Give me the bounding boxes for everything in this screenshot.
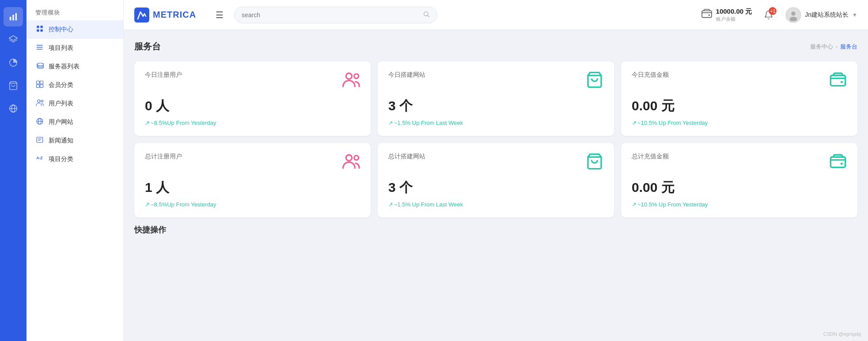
svg-marker-3 (9, 36, 17, 41)
rail-chart-icon[interactable] (4, 7, 23, 26)
svg-point-40 (346, 73, 352, 79)
user-chevron-down-icon: ▼ (852, 12, 857, 18)
today-users-trend: ↗ ~8.5%Up From Yesterday (145, 120, 360, 126)
wallet-icon (701, 8, 713, 22)
today-websites-label: 今日搭建网站 (388, 71, 425, 79)
rail-globe-icon[interactable] (4, 99, 23, 118)
balance-label: 账户余额 (716, 16, 752, 22)
svg-rect-14 (37, 47, 43, 48)
search-bar (234, 7, 437, 23)
user-list-icon (35, 99, 44, 109)
quick-ops-title: 快捷操作 (134, 225, 857, 235)
today-users-trend-arrow: ↗ (145, 120, 150, 126)
sidebar-item-user-website[interactable]: 用户网站 (27, 113, 123, 131)
svg-rect-1 (12, 15, 14, 20)
sidebar-item-control-center[interactable]: 控制中心 (27, 20, 123, 39)
header: METRICA ☰ (124, 0, 868, 30)
total-recharge-header: 总计充值金额 (632, 153, 847, 174)
total-websites-value: 3 个 (388, 179, 603, 197)
sidebar-label-user-website: 用户网站 (49, 118, 73, 126)
today-users-card: 今日注册用户 0 人 ↗ ~8.5%Up From Yesterday (134, 61, 371, 136)
svg-rect-2 (15, 13, 17, 21)
total-users-card: 总计注册用户 1 人 ↗ ~8.5%Up From Yesterday (134, 143, 371, 217)
header-right: 10000.00 元 账户余额 +1 (701, 7, 857, 23)
rail-pie-icon[interactable] (4, 53, 23, 72)
sidebar-item-project-list[interactable]: 项目列表 (27, 39, 123, 57)
notification-button[interactable]: +1 (761, 7, 777, 23)
today-recharge-header: 今日充值金额 (632, 71, 847, 93)
total-websites-trend: ↗ ~1.5% Up From Last Week (388, 201, 603, 208)
total-websites-header: 总计搭建网站 (388, 153, 603, 174)
breadcrumb-current: 服务台 (840, 43, 857, 51)
sidebar-item-user-list[interactable]: 用户列表 (27, 94, 123, 113)
svg-point-41 (354, 74, 359, 79)
total-websites-label: 总计搭建网站 (388, 153, 425, 161)
sidebar-label-user-list: 用户列表 (49, 100, 73, 108)
today-websites-trend-arrow: ↗ (388, 120, 393, 126)
total-users-trend-text: ~8.5%Up From Yesterday (151, 201, 216, 208)
logo-area: METRICA (134, 7, 205, 22)
svg-rect-20 (40, 81, 43, 84)
search-input[interactable] (242, 11, 423, 19)
svg-rect-15 (37, 49, 43, 50)
page-title: 服务台 (134, 41, 161, 52)
total-recharge-value: 0.00 元 (632, 179, 847, 197)
menu-toggle-button[interactable]: ☰ (212, 8, 227, 22)
today-recharge-label: 今日充值金额 (632, 71, 669, 79)
sidebar-label-member-category: 会员分类 (49, 81, 73, 89)
server-list-icon (35, 62, 44, 71)
footer-watermark: CSDN @egrsgdg (823, 331, 861, 337)
today-websites-card: 今日搭建网站 3 个 ↗ ~1.5% Up From Last Week (378, 61, 614, 136)
breadcrumb: 服务中心 › 服务台 (810, 43, 857, 51)
sidebar-item-news-notice[interactable]: 新闻通知 (27, 131, 123, 150)
svg-rect-16 (37, 45, 38, 46)
svg-rect-19 (37, 81, 40, 84)
today-websites-value: 3 个 (388, 97, 603, 115)
svg-point-23 (38, 100, 40, 102)
sidebar-item-server-list[interactable]: 服务器列表 (27, 57, 123, 76)
breadcrumb-separator: › (836, 43, 838, 50)
control-center-icon (35, 25, 44, 34)
total-recharge-icon (829, 153, 847, 174)
today-cards-grid: 今日注册用户 0 人 ↗ ~8.5%Up From Yesterday (134, 61, 857, 136)
rail-cart-icon[interactable] (4, 76, 23, 95)
today-recharge-icon (829, 71, 847, 93)
today-recharge-trend-text: ~10.5% Up From Yesterday (637, 120, 708, 126)
sidebar-item-member-category[interactable]: 会员分类 (27, 76, 123, 94)
today-users-icon (342, 71, 360, 93)
total-cards-grid: 总计注册用户 1 人 ↗ ~8.5%Up From Yesterday (134, 143, 857, 217)
svg-point-24 (41, 100, 43, 102)
project-category-icon: A-Z (35, 154, 44, 164)
total-recharge-label: 总计充值金额 (632, 153, 669, 161)
svg-rect-35 (702, 11, 712, 17)
user-name: Jn建站系统站长 (805, 11, 849, 19)
svg-point-44 (841, 81, 843, 83)
today-recharge-value: 0.00 元 (632, 97, 847, 115)
sidebar: 管理模块 控制中心 项目列表 (27, 0, 124, 341)
today-users-value: 0 人 (145, 97, 360, 115)
total-users-trend: ↗ ~8.5%Up From Yesterday (145, 201, 360, 208)
today-websites-icon (586, 71, 603, 93)
rail-layers-icon[interactable] (4, 30, 23, 49)
svg-line-34 (428, 15, 429, 17)
balance-text: 10000.00 元 账户余额 (716, 7, 752, 22)
svg-rect-43 (830, 75, 845, 86)
breadcrumb-parent: 服务中心 (810, 43, 833, 51)
svg-rect-13 (37, 45, 43, 46)
svg-point-36 (708, 14, 709, 15)
notification-badge: +1 (769, 7, 777, 15)
sidebar-item-project-category[interactable]: A-Z 项目分类 (27, 150, 123, 169)
main-area: METRICA ☰ (124, 0, 868, 341)
total-recharge-trend-text: ~10.5% Up From Yesterday (637, 201, 708, 208)
user-info[interactable]: Jn建站系统站长 ▼ (785, 7, 857, 23)
user-avatar (785, 7, 801, 23)
today-users-header: 今日注册用户 (145, 71, 360, 93)
today-websites-trend: ↗ ~1.5% Up From Last Week (388, 120, 603, 126)
logo-text: METRICA (153, 10, 196, 20)
svg-rect-22 (40, 85, 43, 88)
total-recharge-trend-arrow: ↗ (632, 201, 637, 208)
svg-point-46 (354, 156, 359, 160)
svg-rect-12 (41, 30, 43, 32)
member-category-icon (35, 80, 44, 90)
news-notice-icon (35, 136, 44, 146)
